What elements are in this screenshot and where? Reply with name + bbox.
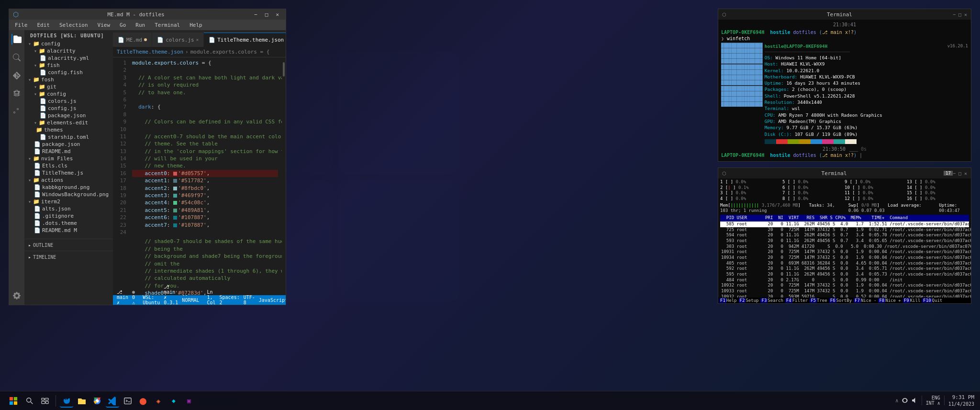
menu-go[interactable]: Go xyxy=(118,21,128,29)
taskbar-vscode[interactable] xyxy=(106,394,119,408)
activity-extensions[interactable] xyxy=(11,107,22,117)
code-editor[interactable]: 12345 678910 1112131415 1617181920 21222… xyxy=(113,57,286,295)
volume-icon xyxy=(911,397,918,404)
fkey-f5[interactable]: F5Tree xyxy=(810,298,827,303)
tree-item-readme[interactable]: 📄README.md xyxy=(24,148,113,155)
fkey-f8[interactable]: F8Nice + xyxy=(878,298,901,303)
svg-rect-5 xyxy=(14,397,17,400)
fkey-f7[interactable]: F7Nice - xyxy=(854,298,876,303)
maximize-button[interactable]: □ xyxy=(262,11,271,18)
clock-date: 11/4/2023 xyxy=(948,401,974,407)
menu-run[interactable]: Run xyxy=(134,21,147,29)
process-row[interactable]: 10933 root 20 0 725M 147M 37432 S 0.0 1.… xyxy=(720,288,969,294)
activity-search[interactable] xyxy=(11,52,22,63)
htop-window-number: 17 xyxy=(944,171,953,176)
windows-ascii-art: ████████████████ ████████████████ ██████… xyxy=(721,43,763,144)
tree-item-colors-js[interactable]: 📄colors.js xyxy=(24,98,113,105)
tray-clock[interactable]: 9:31 PM 11/4/2023 xyxy=(948,394,974,407)
taskbar-explorer[interactable] xyxy=(75,394,89,408)
start-button[interactable] xyxy=(6,393,21,409)
menu-terminal[interactable]: Terminal xyxy=(153,21,182,29)
tree-item-winbg[interactable]: 📄WindowsBackground.png xyxy=(24,191,113,198)
tree-item-altsjson[interactable]: 📄alts.json xyxy=(24,205,113,212)
activity-debug[interactable] xyxy=(11,89,22,99)
taskbar-terminal[interactable] xyxy=(121,394,134,408)
tree-item-elements[interactable]: ▾📁elements-edit xyxy=(24,119,113,126)
tree-item-titletheme[interactable]: 📄TitleTheme.js xyxy=(24,169,113,177)
process-row[interactable]: 303 root 20 0 942M 41720 S 0.0 5.0 0:00.… xyxy=(720,244,969,250)
line-numbers: 12345 678910 1112131415 1617181920 21222… xyxy=(113,57,128,295)
tree-item-actions[interactable]: ▾📁actions xyxy=(24,177,113,184)
taskbar-search[interactable] xyxy=(23,394,36,408)
tab-titletheme[interactable]: 📄 TitleTheme.theme.json ✕ xyxy=(204,33,286,47)
menu-file[interactable]: File xyxy=(13,21,30,29)
tree-item-dotstheme[interactable]: 📄.dots.theme xyxy=(24,220,113,227)
tree-item-alacritty[interactable]: ▾📁alacritty xyxy=(24,47,113,55)
tree-item-nvim[interactable]: ▾📁nvim Files xyxy=(24,155,113,162)
node-version: v16.20.1 xyxy=(947,43,968,49)
tree-item-kabb[interactable]: 📄kabbkground.png xyxy=(24,184,113,191)
winfetch-prompt1: LAPTOP-0KEF694H hostile dotfiles (⎇ main… xyxy=(721,29,968,36)
process-row[interactable]: 594 root 20 0 11.1G 262M 49456 S 0.7 3.4… xyxy=(720,233,969,238)
tree-item-package-json[interactable]: 📄package.json xyxy=(24,112,113,119)
menu-selection[interactable]: Selection xyxy=(57,21,90,29)
svg-line-9 xyxy=(31,401,33,404)
minimize-button[interactable]: − xyxy=(251,11,260,18)
process-row[interactable]: 592 root 20 0 11.1G 262M 49456 S 0.0 3.4… xyxy=(720,266,969,272)
activity-explorer[interactable] xyxy=(11,34,22,44)
activity-settings[interactable] xyxy=(11,290,22,301)
process-row[interactable]: 405 root 20 0 693M 68316 36284 S 0.0 4.6… xyxy=(720,261,969,266)
fkey-f6[interactable]: F6SortBy xyxy=(829,298,852,303)
winfetch-content: 21:30:41 LAPTOP-0KEF694H hostile dotfile… xyxy=(718,20,971,161)
winfetch-output: ████████████████ ████████████████ ██████… xyxy=(721,43,968,144)
fkey-f2[interactable]: F2Setup xyxy=(739,298,759,303)
taskbar-app2[interactable]: ◆ xyxy=(167,394,180,408)
tree-item-fosh[interactable]: ▾📁fosh xyxy=(24,76,113,83)
fkey-f9[interactable]: F9Kill xyxy=(903,298,921,303)
menu-help[interactable]: Help xyxy=(188,21,204,29)
process-row-selected[interactable]: 585 root 20 0 11.1G 262M 49456 S 4.0 1.7… xyxy=(720,222,969,227)
tree-item-config-fish[interactable]: 📄config.fish xyxy=(24,69,113,76)
tab-memd[interactable]: 📄 ME.md xyxy=(113,33,152,47)
tree-item-starship[interactable]: 📄starship.toml xyxy=(24,133,113,141)
tree-item-config-js[interactable]: 📄config.js xyxy=(24,105,113,112)
tree-item-gitignore[interactable]: 📄.gitignore xyxy=(24,212,113,220)
menu-view[interactable]: View xyxy=(96,21,112,29)
tray-chevron[interactable]: ∧ xyxy=(895,398,899,404)
process-row[interactable]: 725 root 20 0 725M 147M 37432 S 0.7 1.9 … xyxy=(720,227,969,233)
activity-git[interactable] xyxy=(11,70,22,81)
taskbar-git[interactable]: ⬤ xyxy=(136,394,150,408)
tree-item-pkg[interactable]: 📄package.json xyxy=(24,141,113,148)
tree-item-etts[interactable]: 📄Etls.cls xyxy=(24,162,113,169)
process-row[interactable]: 484 root 20 0 2.17G 0 S 0.0 0.99 0:00 /i… xyxy=(720,277,969,283)
fkey-f10[interactable]: F10Quit xyxy=(922,298,942,303)
tree-item-config-sub[interactable]: ▾📁config xyxy=(24,90,113,98)
fkey-f3[interactable]: F3Search xyxy=(760,298,783,303)
taskbar-app3[interactable]: ▣ xyxy=(182,394,196,408)
process-row[interactable]: 10931 root 20 0 725M 147M 37432 S 0.0 1.… xyxy=(720,249,969,255)
tree-item-fish[interactable]: ▾📁fish xyxy=(24,62,113,69)
tree-item-readmemd[interactable]: 📄README.md M xyxy=(24,227,113,234)
tree-item-iterm2[interactable]: ▾📁iterm2 xyxy=(24,198,113,205)
process-row[interactable]: 593 root 20 0 11.1G 262M 49456 S 0.7 3.4… xyxy=(720,238,969,244)
process-row[interactable]: 595 root 20 0 11.1G 262M 49456 S 0.0 3.4… xyxy=(720,272,969,277)
svg-rect-1 xyxy=(338,52,460,174)
winfetch-prompt2: LAPTOP-0KEF694H hostile dotfiles (⎇ main… xyxy=(721,152,968,159)
process-row[interactable]: 10934 root 20 0 725M 147M 37432 S 0.0 1.… xyxy=(720,255,969,261)
taskbar-task-view[interactable] xyxy=(38,394,52,408)
fkey-f1[interactable]: F1Help xyxy=(719,298,737,303)
tree-item-themes[interactable]: 📁themes xyxy=(24,126,113,133)
tree-item-config[interactable]: ▾📁config xyxy=(24,40,113,47)
taskbar-edge[interactable] xyxy=(60,394,73,408)
fkey-f4[interactable]: F4Filter xyxy=(785,298,808,303)
taskbar-chrome[interactable] xyxy=(90,394,104,408)
menu-edit[interactable]: Edit xyxy=(35,21,52,29)
process-row[interactable]: 10932 root 20 0 593M 59716 S 0.0 0.52 0:… xyxy=(720,294,969,298)
tree-item-alacritty-yml[interactable]: 📄alacritty.yml xyxy=(24,55,113,62)
taskbar-app1[interactable]: ◈ xyxy=(152,394,165,408)
tab-colors1[interactable]: 📄 colors.js ✕ xyxy=(152,33,204,47)
process-row[interactable]: 10932 root 20 0 725M 147M 37432 S 0.0 1.… xyxy=(720,283,969,288)
close-button[interactable]: ✕ xyxy=(273,11,282,18)
vertical-scrollbar[interactable] xyxy=(282,57,286,295)
tree-item-git[interactable]: ▾📁git xyxy=(24,83,113,90)
